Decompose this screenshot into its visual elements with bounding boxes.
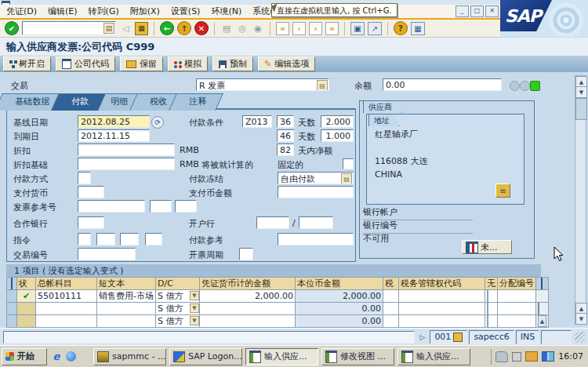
dc-cell[interactable]: S 借方▼	[155, 290, 199, 303]
last-page-icon[interactable]: »	[325, 22, 339, 35]
company-code-button[interactable]: 公司代码	[56, 56, 115, 71]
dc-cell[interactable]: S 借方▼	[155, 303, 199, 315]
collapse-icon[interactable]: ◁	[119, 22, 132, 35]
instruction-field-1[interactable]	[78, 233, 91, 245]
session-cell[interactable]: 001	[430, 330, 467, 344]
instruction-field-4[interactable]	[145, 233, 162, 245]
cancel-icon[interactable]: ✕	[194, 21, 209, 35]
next-page-icon[interactable]: ›	[309, 22, 322, 35]
discount-base-field[interactable]	[78, 158, 175, 170]
quick-launch-icon[interactable]	[66, 351, 76, 362]
task-vendor-invoice-2[interactable]: 输入供应...	[397, 348, 470, 365]
back-icon[interactable]: ←	[160, 21, 174, 35]
tray-folder-icon[interactable]	[525, 351, 538, 362]
menu-goto[interactable]: 转到(G)	[89, 5, 119, 17]
menu-settings[interactable]: 设置(S)	[171, 5, 201, 17]
select-all-icon[interactable]	[7, 278, 17, 290]
col-gl-account[interactable]: 总帐科目	[36, 278, 97, 290]
tax-cell[interactable]	[383, 315, 398, 328]
tax-jurisdiction-cell[interactable]	[398, 303, 485, 315]
col-amount-lc[interactable]: 本位币金额	[295, 278, 383, 290]
payment-block-select[interactable]: 自由付款 ▤	[278, 172, 354, 184]
dropdown-icon[interactable]: ▼	[190, 316, 199, 325]
house-bank-field-1[interactable]	[256, 216, 289, 229]
wo-discount-cell[interactable]	[485, 315, 497, 328]
amount-doc-cell[interactable]: 2,000.00	[199, 290, 295, 303]
menu-document[interactable]: 凭证(D)	[6, 5, 37, 17]
dropdown-icon[interactable]: ▤	[317, 80, 328, 91]
wo-discount-cell[interactable]	[485, 290, 497, 303]
short-text-cell[interactable]	[97, 303, 156, 315]
open-items-icon[interactable]: ≡	[495, 184, 510, 198]
tax-cell[interactable]	[383, 290, 398, 303]
dropdown-icon[interactable]: ▼	[190, 291, 199, 300]
customize-layout-icon[interactable]: ▦	[411, 22, 425, 35]
tray-network-icon[interactable]	[542, 351, 554, 362]
dc-cell[interactable]: S 借方▼	[155, 315, 199, 328]
assignment-cell[interactable]	[497, 315, 535, 328]
dropdown-icon[interactable]: ▤	[341, 173, 352, 184]
task-sap-logon[interactable]: SAP Logon...	[169, 348, 242, 365]
terms-pct-1-field[interactable]: 2.000	[321, 115, 354, 128]
table-scrollbar-thumb[interactable]	[535, 303, 548, 315]
ime-hand-icon[interactable]	[495, 351, 508, 362]
table-config-icon[interactable]	[535, 278, 548, 290]
due-date-field[interactable]: 2012.11.15	[78, 129, 150, 142]
tree-on-button[interactable]: 树开启	[3, 56, 51, 71]
command-history-icon[interactable]: ▤	[103, 23, 114, 34]
close-icon[interactable]: ✕	[485, 5, 499, 17]
payment-currency-field[interactable]	[78, 186, 104, 198]
payment-method-field[interactable]	[78, 172, 91, 184]
instruction-field-3[interactable]	[120, 233, 139, 245]
task-change-view[interactable]: 修改视图 ...	[321, 348, 394, 365]
house-bank-field-2[interactable]	[299, 216, 333, 229]
amount-doc-cell[interactable]	[199, 303, 295, 315]
billing-cycle-field[interactable]	[239, 248, 253, 260]
col-dc[interactable]: D/C	[155, 278, 199, 290]
status-message-field[interactable]	[3, 331, 415, 343]
assignment-cell[interactable]	[497, 303, 535, 315]
main-scrollbar[interactable]: ▲ ▼ ▲ ▼	[575, 75, 586, 325]
transaction-number-field[interactable]	[78, 248, 136, 260]
gl-account-cell[interactable]: 55010111	[36, 290, 97, 303]
park-button[interactable]: 预制	[212, 56, 253, 71]
wo-discount-cell[interactable]	[485, 303, 497, 315]
previous-page-icon[interactable]: ‹	[292, 22, 306, 35]
col-wo-discount[interactable]: 无	[485, 278, 497, 290]
discount-field[interactable]	[78, 144, 175, 156]
terms-pct-2-field[interactable]: 1.000	[321, 129, 354, 142]
instruction-field-2[interactable]	[96, 233, 115, 245]
simulate-button[interactable]: 模拟	[168, 56, 208, 71]
gl-account-cell[interactable]	[36, 303, 97, 315]
resize-grip[interactable]	[575, 332, 585, 343]
tab-payment[interactable]: 付款	[51, 93, 106, 111]
col-assignment[interactable]: 分配编号	[497, 278, 535, 290]
save-icon[interactable]: ▦	[135, 22, 148, 35]
tray-small-icon[interactable]	[512, 352, 521, 362]
insert-mode-cell[interactable]: INS	[516, 330, 539, 344]
short-text-cell[interactable]	[97, 315, 156, 328]
first-page-icon[interactable]: «	[276, 22, 289, 35]
transaction-select[interactable]: R 发票 ▤	[196, 78, 329, 91]
terms-days-3-field[interactable]: 82	[277, 144, 294, 156]
terms-days-1-field[interactable]: 36	[277, 115, 294, 128]
payment-amount-field[interactable]	[278, 186, 354, 198]
minimize-icon[interactable]: _	[456, 5, 469, 17]
row-selector[interactable]	[7, 315, 17, 328]
start-button[interactable]: 开始	[2, 348, 47, 365]
restore-icon[interactable]: □	[470, 5, 484, 17]
partner-bank-field[interactable]	[78, 216, 104, 229]
col-tax-jurisdiction[interactable]: 税务管辖权代码	[398, 278, 485, 290]
fixed-checkbox[interactable]	[343, 158, 354, 169]
scroll-down-icon[interactable]: ▼	[575, 86, 587, 98]
date-picker-icon[interactable]: ⟳	[151, 116, 164, 129]
payment-terms-code-field[interactable]: Z013	[242, 115, 272, 128]
tax-jurisdiction-cell[interactable]	[398, 315, 485, 328]
menu-extras[interactable]: 附加(X)	[130, 5, 160, 17]
tax-cell[interactable]	[383, 303, 398, 315]
row-selector[interactable]	[7, 303, 17, 315]
tab-notes[interactable]: 注释	[169, 93, 223, 111]
oi-list-button[interactable]: 未...	[462, 240, 512, 254]
help-icon[interactable]: ?	[394, 21, 408, 35]
task-vendor-invoice-1[interactable]: 输入供应...	[245, 348, 318, 365]
